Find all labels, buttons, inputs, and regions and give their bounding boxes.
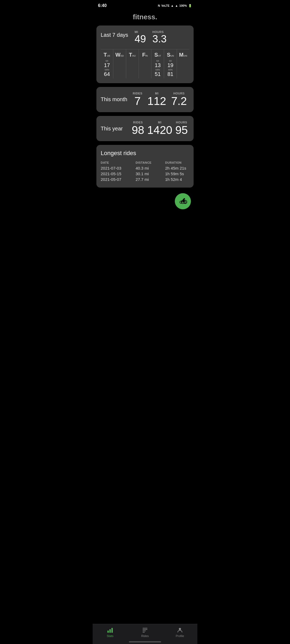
ride-date: 2021-07-03: [101, 166, 136, 170]
longest-dur-header: DURATION: [165, 161, 189, 164]
longest-dist-header: DISTANCE: [136, 161, 165, 164]
day-min-val: 51: [155, 71, 161, 77]
day-col: FRI: [139, 49, 151, 78]
longest-ride-row: 2021-07-03 40.3 mi 2h 45m 21s: [101, 166, 189, 170]
days-row: TUE MI 17 MIN 64 WED THU FRI SAT MI 13 M…: [101, 49, 189, 78]
this-year-mi: MI 1420: [147, 121, 172, 136]
last-7-days-card: Last 7 days MI 49 HOURS 3.3 TUE MI 17 MI…: [96, 25, 194, 83]
day-col: SAT MI 13 MIN 51: [151, 49, 164, 78]
this-month-hours-label: HOURS: [173, 92, 184, 95]
nfc-icon: N: [158, 4, 160, 7]
ride-duration: 1h 52m 4: [165, 177, 189, 182]
last7-mi-value: 49: [135, 34, 146, 45]
this-month-mi-val: 112: [147, 95, 166, 107]
longest-rides-title: Longest rides: [101, 150, 189, 157]
svg-point-3: [183, 199, 184, 200]
day-letter-group: WED: [115, 52, 124, 57]
this-year-card: This year RIDES 98 MI 1420 HOURS 95: [96, 116, 194, 141]
this-year-rides: RIDES 98: [132, 121, 144, 136]
last7-hours-value: 3.3: [153, 34, 167, 45]
longest-rides-card: Longest rides DATE DISTANCE DURATION 202…: [96, 145, 194, 188]
day-letter-group: THU: [129, 52, 136, 57]
day-letter: M: [179, 52, 184, 57]
day-letter-group: FRI: [142, 52, 148, 57]
longest-ride-row: 2021-05-07 27.7 mi 1h 52m 4: [101, 177, 189, 182]
status-bar: 6:40 N VoLTE ▲ ▲ 100% 🔋: [93, 0, 197, 10]
day-super: RI: [146, 54, 148, 57]
header-partial-text: fitness.: [93, 10, 197, 25]
day-super: ON: [183, 54, 187, 57]
longest-rides-table: DATE DISTANCE DURATION 2021-07-03 40.3 m…: [101, 161, 189, 182]
battery-icon: 🔋: [188, 4, 192, 8]
day-mi-label: MI: [169, 60, 172, 62]
day-min-label: MIN: [105, 68, 109, 71]
this-month-hours-val: 7.2: [171, 95, 187, 107]
wifi-icon: ▲: [171, 4, 174, 7]
day-col: THU: [126, 49, 139, 78]
day-super: UN: [171, 54, 174, 57]
ride-duration: 2h 45m 21s: [165, 166, 189, 170]
day-col: WED: [113, 49, 126, 78]
day-letter: F: [142, 52, 145, 57]
signal-icon: ▲: [175, 4, 178, 7]
day-min-val: 81: [167, 71, 173, 77]
day-letter-group: SAT: [154, 52, 161, 57]
battery-pct: 100%: [179, 4, 187, 7]
day-letter: W: [115, 52, 121, 57]
longest-ride-row: 2021-05-15 30.1 mi 1h 59m 5s: [101, 171, 189, 176]
day-letter: T: [104, 52, 107, 57]
cards-container: Last 7 days MI 49 HOURS 3.3 TUE MI 17 MI…: [93, 25, 197, 188]
this-month-hours: HOURS 7.2: [171, 92, 187, 107]
longest-date-header: DATE: [101, 161, 136, 164]
last7-mi-group: MI 49: [135, 30, 146, 45]
longest-rides-rows: 2021-07-03 40.3 mi 2h 45m 21s 2021-05-15…: [101, 166, 189, 182]
this-year-rides-val: 98: [132, 124, 144, 136]
last7-hours-group: HOURS 3.3: [153, 30, 167, 45]
this-year-title: This year: [101, 126, 130, 132]
this-month-stats: RIDES 7 MI 112 HOURS 7.2: [130, 92, 189, 107]
day-min-label: MIN: [155, 68, 160, 71]
day-super: AT: [158, 54, 161, 57]
status-time: 6:40: [98, 3, 107, 8]
ride-distance: 27.7 mi: [136, 177, 165, 182]
longest-rides-header: DATE DISTANCE DURATION: [101, 161, 189, 164]
day-min-val: 64: [104, 71, 110, 77]
this-month-rides: RIDES 7: [133, 92, 142, 107]
day-mi-val: 17: [104, 62, 110, 68]
day-letter-group: MON: [179, 52, 187, 57]
this-month-rides-label: RIDES: [133, 92, 142, 95]
day-super: HU: [132, 54, 136, 57]
day-super: ED: [121, 54, 124, 57]
ride-distance: 30.1 mi: [136, 171, 165, 176]
status-icons: N VoLTE ▲ ▲ 100% 🔋: [158, 4, 192, 8]
day-letter-group: TUE: [104, 52, 110, 57]
day-mi-val: 19: [167, 62, 173, 68]
day-col: SUN MI 19 MIN 81: [164, 49, 177, 78]
this-year-mi-val: 1420: [147, 124, 172, 136]
ride-distance: 40.3 mi: [136, 166, 165, 170]
this-month-rides-val: 7: [135, 95, 141, 107]
ride-date: 2021-05-15: [101, 171, 136, 176]
last7-title: Last 7 days: [101, 30, 128, 38]
day-letter: S: [154, 52, 158, 57]
day-letter: T: [129, 52, 132, 57]
day-letter-group: SUN: [167, 52, 174, 57]
this-month-card: This month RIDES 7 MI 112 HOURS 7.2: [96, 87, 194, 112]
day-mi-label: MI: [106, 60, 108, 62]
day-mi-val: 13: [155, 62, 161, 68]
this-year-hours: HOURS 95: [175, 121, 188, 136]
day-letter: S: [167, 52, 170, 57]
day-mi-label: MI: [156, 60, 159, 62]
fab-button[interactable]: [175, 193, 191, 209]
day-super: UE: [107, 54, 110, 57]
volte-icon: VoLTE: [161, 4, 169, 7]
day-col: MON: [177, 49, 189, 78]
this-year-hours-val: 95: [175, 124, 188, 136]
this-year-stats: RIDES 98 MI 1420 HOURS 95: [130, 121, 189, 136]
this-month-mi: MI 112: [147, 92, 166, 107]
ride-duration: 1h 59m 5s: [165, 171, 189, 176]
this-month-mi-label: MI: [155, 92, 158, 95]
ride-date: 2021-05-07: [101, 177, 136, 182]
this-month-title: This month: [101, 96, 130, 103]
day-min-label: MIN: [168, 68, 173, 71]
